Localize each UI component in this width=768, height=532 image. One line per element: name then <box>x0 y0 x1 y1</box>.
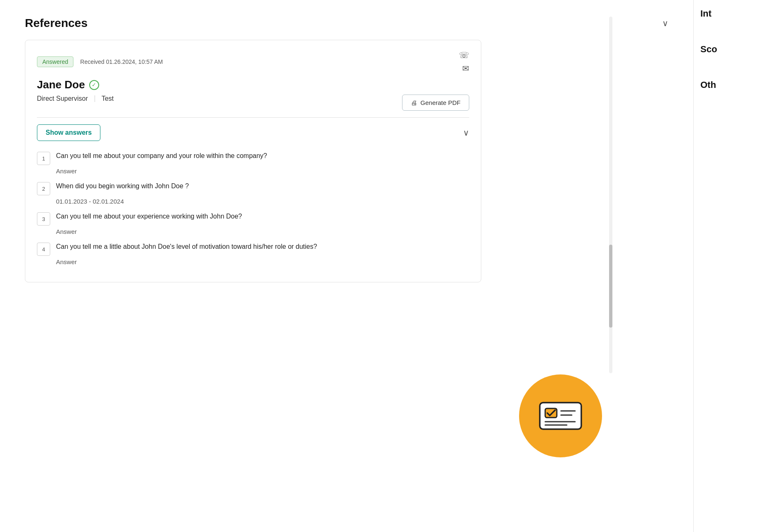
qa-list: 1 Can you tell me about your company and… <box>37 151 469 265</box>
question-text-1: Can you tell me about your company and y… <box>56 151 267 161</box>
verified-icon: ✓ <box>89 80 99 90</box>
sidebar-label-int: Int <box>700 8 761 19</box>
printer-icon: 🖨 <box>411 99 417 106</box>
question-number-4: 4 <box>37 243 50 256</box>
received-date: Received 01.26.2024, 10:57 AM <box>80 58 163 65</box>
question-row-4: 4 Can you tell me a little about John Do… <box>37 242 469 256</box>
question-row-1: 1 Can you tell me about your company and… <box>37 151 469 165</box>
phone-icon[interactable]: ☏ <box>459 50 469 60</box>
person-name-row: Jane Doe ✓ <box>37 78 469 91</box>
role-divider <box>95 95 95 102</box>
person-name: Jane Doe <box>37 78 85 91</box>
qa-item-1: 1 Can you tell me about your company and… <box>37 151 469 175</box>
divider <box>37 117 469 118</box>
section-title: References <box>25 17 88 30</box>
qa-item-2: 2 When did you begin working with John D… <box>37 181 469 205</box>
card-top-row: Answered Received 01.26.2024, 10:57 AM ☏… <box>37 50 469 73</box>
section-header: References ∨ <box>25 17 668 30</box>
answer-text-1: Answer <box>56 168 469 175</box>
scrollbar-thumb[interactable] <box>609 245 612 328</box>
show-answers-button[interactable]: Show answers <box>37 124 100 141</box>
reference-card: Answered Received 01.26.2024, 10:57 AM ☏… <box>25 40 481 282</box>
question-number-2: 2 <box>37 182 50 195</box>
qa-item-3: 3 Can you tell me about your experience … <box>37 211 469 235</box>
sidebar-label-oth: Oth <box>700 80 761 90</box>
question-number-3: 3 <box>37 212 50 226</box>
question-row-3: 3 Can you tell me about your experience … <box>37 211 469 226</box>
right-sidebar: Int Sco Oth <box>693 0 768 532</box>
card-icons: ☏ ✉ <box>459 50 469 73</box>
answers-collapse-icon[interactable]: ∨ <box>463 128 469 138</box>
qa-item-4: 4 Can you tell me a little about John Do… <box>37 242 469 265</box>
role-label: Direct Supervisor <box>37 95 88 102</box>
answered-badge: Answered <box>37 56 73 67</box>
question-text-4: Can you tell me a little about John Doe'… <box>56 242 317 252</box>
section-collapse-icon[interactable]: ∨ <box>662 18 668 28</box>
question-number-1: 1 <box>37 152 50 165</box>
answer-text-4: Answer <box>56 258 469 265</box>
question-text-3: Can you tell me about your experience wo… <box>56 211 242 221</box>
form-svg <box>538 399 583 432</box>
show-answers-row: Show answers ∨ <box>37 124 469 141</box>
answer-text-3: Answer <box>56 228 469 235</box>
mail-icon[interactable]: ✉ <box>462 63 469 73</box>
role-extra: Test <box>102 95 114 102</box>
question-row-2: 2 When did you begin working with John D… <box>37 181 469 195</box>
question-text-2: When did you begin working with John Doe… <box>56 181 189 191</box>
role-row: Direct Supervisor Test <box>37 95 114 102</box>
generate-pdf-label: Generate PDF <box>420 99 461 106</box>
floating-form-icon <box>519 374 602 457</box>
answer-text-2: 01.01.2023 - 02.01.2024 <box>56 198 469 205</box>
scrollbar-track <box>609 17 612 373</box>
generate-pdf-button[interactable]: 🖨 Generate PDF <box>402 95 469 111</box>
sidebar-label-sco: Sco <box>700 44 761 55</box>
card-top-left: Answered Received 01.26.2024, 10:57 AM <box>37 56 163 67</box>
show-answers-label: Show answers <box>46 129 92 136</box>
